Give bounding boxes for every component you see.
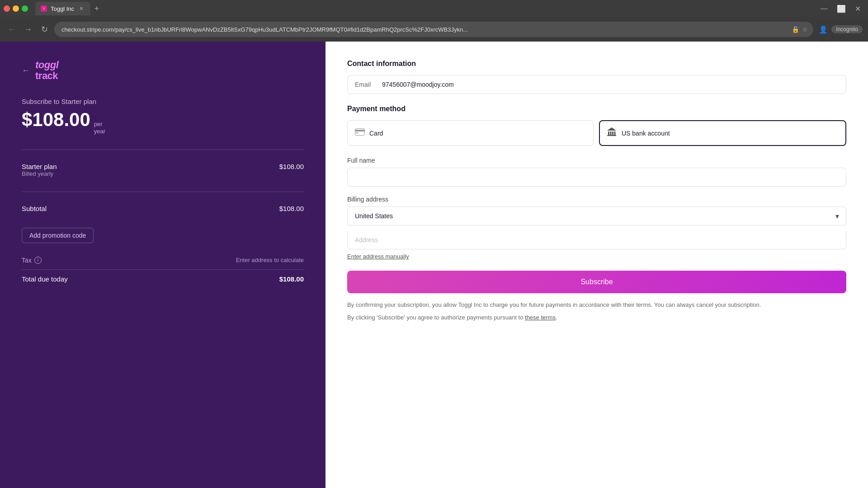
main-content: ← toggl track Subscribe to Starter plan … [0, 42, 868, 488]
total-label: Total due today [22, 275, 68, 283]
os-close-button[interactable]: ✕ [851, 3, 864, 15]
subtotal-line: Subtotal $108.00 [22, 205, 304, 212]
year-label: year [94, 128, 105, 135]
total-row: Total due today $108.00 [22, 269, 304, 283]
legal-text-2: By clicking 'Subscribe' you agree to aut… [347, 313, 846, 322]
os-minimize-button[interactable]: — [817, 3, 831, 15]
svg-rect-3 [608, 131, 609, 135]
left-panel: ← toggl track Subscribe to Starter plan … [0, 42, 326, 488]
window-controls [4, 5, 28, 12]
country-select-wrap: United States ▾ [347, 206, 846, 225]
billing-address-label: Billing address [347, 196, 846, 203]
price-row: $108.00 per year [22, 109, 304, 135]
email-label: Email [355, 81, 382, 88]
address-input[interactable] [347, 231, 846, 249]
back-arrow-icon[interactable]: ← [22, 66, 30, 75]
incognito-badge: Incognito [831, 25, 863, 33]
payment-option-us-bank[interactable]: US bank account [599, 120, 846, 146]
address-bar-icons: 🔒 ☆ [792, 26, 808, 33]
email-field: Email 97456007@moodjoy.com [347, 75, 846, 94]
right-panel: Contact information Email 97456007@moodj… [326, 42, 868, 488]
os-restore-button[interactable]: ⬜ [833, 3, 849, 15]
svg-rect-1 [355, 130, 365, 131]
subtotal-label: Subtotal [22, 205, 47, 212]
payment-methods: Card US bank account [347, 120, 846, 146]
full-name-label: Full name [347, 157, 846, 164]
tab-bar: T Toggl Inc ✕ + [35, 0, 103, 17]
full-name-input[interactable] [347, 168, 846, 187]
divider-2 [22, 192, 304, 192]
minimize-window-button[interactable] [13, 5, 19, 12]
price-amount: $108.00 [22, 109, 90, 131]
subscribe-button[interactable]: Subscribe [347, 271, 846, 293]
card-option-label: Card [369, 130, 383, 137]
back-button[interactable]: ← [5, 23, 18, 36]
svg-rect-0 [355, 129, 365, 136]
tab-favicon: T [41, 5, 47, 12]
browser-toolbar: ← → ↻ 🔒 ☆ 👤 Incognito [0, 17, 868, 42]
profile-button[interactable]: 👤 [817, 23, 830, 36]
manual-address-link[interactable]: Enter address manually [347, 253, 409, 260]
svg-rect-4 [610, 131, 612, 135]
address-bar-wrap: 🔒 ☆ [54, 22, 813, 37]
price-per-period: per year [94, 121, 105, 135]
tax-value: Enter address to calculate [236, 257, 304, 263]
shield-icon: 🔒 [792, 26, 799, 33]
svg-rect-6 [614, 131, 616, 135]
starter-plan-value: $108.00 [279, 163, 304, 170]
svg-marker-8 [607, 127, 616, 131]
add-promotion-code-button[interactable]: Add promotion code [22, 228, 94, 243]
subtotal-value: $108.00 [279, 205, 304, 212]
tax-row: Tax i Enter address to calculate [22, 257, 304, 264]
refresh-button[interactable]: ↻ [38, 23, 51, 36]
card-icon [355, 128, 365, 138]
payment-section-title: Payment method [347, 105, 846, 113]
tab-title: Toggl Inc [51, 5, 74, 12]
svg-rect-5 [612, 131, 613, 135]
per-label: per [94, 121, 105, 128]
tax-info-icon: i [34, 257, 42, 264]
tax-label: Tax i [22, 257, 42, 264]
os-window-controls: — ⬜ ✕ [817, 3, 864, 15]
active-tab[interactable]: T Toggl Inc ✕ [35, 2, 90, 15]
contact-section-title: Contact information [347, 60, 846, 68]
starter-plan-line: Starter plan Billed yearly $108.00 [22, 163, 304, 177]
billed-label: Billed yearly [22, 170, 57, 177]
maximize-window-button[interactable] [22, 5, 28, 12]
close-tab-button[interactable]: ✕ [78, 5, 85, 12]
divider-1 [22, 150, 304, 150]
country-select[interactable]: United States [347, 206, 846, 225]
browser-titlebar: T Toggl Inc ✕ + — ⬜ ✕ [0, 0, 868, 17]
bank-icon [607, 127, 617, 139]
total-value: $108.00 [279, 275, 304, 283]
star-icon: ☆ [802, 26, 808, 33]
terms-link[interactable]: these terms [525, 314, 556, 321]
new-tab-button[interactable]: + [90, 2, 103, 15]
forward-button[interactable]: → [22, 23, 34, 36]
logo-toggl: toggl [35, 60, 58, 70]
address-bar[interactable] [54, 22, 813, 37]
logo-text: toggl track [35, 60, 58, 81]
browser-chrome: T Toggl Inc ✕ + — ⬜ ✕ ← → ↻ 🔒 ☆ 👤 Incogn… [0, 0, 868, 42]
starter-plan-label: Starter plan [22, 163, 57, 170]
svg-rect-7 [607, 135, 616, 136]
toolbar-icons: 👤 Incognito [817, 23, 863, 36]
logo-track: track [35, 70, 58, 81]
legal-text-1: By confirming your subscription, you all… [347, 300, 846, 310]
subscribe-title: Subscribe to Starter plan [22, 98, 304, 105]
svg-rect-2 [356, 132, 358, 133]
us-bank-option-label: US bank account [622, 130, 670, 137]
email-value: 97456007@moodjoy.com [382, 81, 454, 88]
close-window-button[interactable] [4, 5, 10, 12]
starter-plan-info: Starter plan Billed yearly [22, 163, 57, 177]
logo-area: ← toggl track [22, 60, 304, 81]
payment-option-card[interactable]: Card [347, 120, 594, 146]
